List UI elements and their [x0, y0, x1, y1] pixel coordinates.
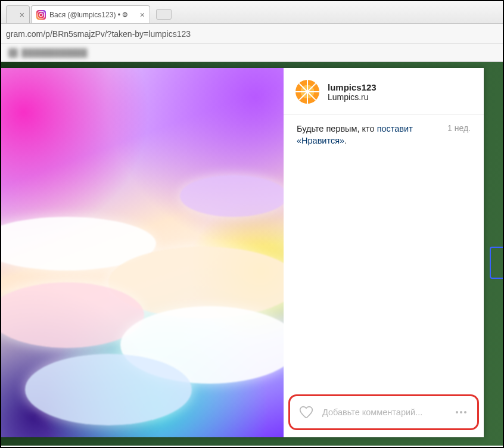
comment-bar-highlight [288, 394, 479, 430]
user-subtitle: Lumpics.ru [328, 92, 377, 102]
blurred-bookmark: ████████████ [8, 48, 88, 58]
username-link[interactable]: lumpics123 [328, 82, 377, 92]
browser-tab-strip: × Вася (@lumpics123) • Ф × [1, 1, 503, 24]
user-avatar[interactable] [295, 80, 319, 104]
post-time: 1 нед. [447, 123, 471, 133]
next-arrow-hint[interactable] [490, 247, 503, 279]
more-options-button[interactable] [453, 409, 469, 416]
url-text: gram.com/p/BRn5smajzPv/?taken-by=lumpics… [6, 29, 191, 39]
post-modal: lumpics123 Lumpics.ru Будьте первым, кто… [1, 68, 484, 437]
close-icon[interactable]: × [20, 10, 24, 20]
tab-title: Вася (@lumpics123) • Ф [49, 11, 136, 19]
likes-prefix: Будьте первым, кто [297, 124, 377, 133]
new-tab-button[interactable] [156, 9, 172, 20]
post-sidebar: lumpics123 Lumpics.ru Будьте первым, кто… [284, 68, 484, 437]
page-viewport: lumpics123 Lumpics.ru Будьте первым, кто… [1, 62, 503, 446]
comment-input[interactable] [322, 407, 445, 417]
post-header: lumpics123 Lumpics.ru [284, 68, 484, 115]
bookmarks-bar: ████████████ [1, 44, 503, 62]
address-bar[interactable]: gram.com/p/BRn5smajzPv/?taken-by=lumpics… [1, 24, 503, 44]
instagram-favicon-icon [36, 10, 46, 20]
browser-tab-active[interactable]: Вася (@lumpics123) • Ф × [31, 5, 150, 23]
likes-suffix: . [344, 136, 347, 145]
post-photo[interactable] [1, 68, 284, 437]
close-icon[interactable]: × [140, 10, 145, 20]
like-heart-icon[interactable] [298, 405, 314, 420]
likes-row: Будьте первым, кто поставит «Нравится». … [284, 115, 484, 155]
browser-tab-inactive[interactable]: × [6, 5, 30, 23]
